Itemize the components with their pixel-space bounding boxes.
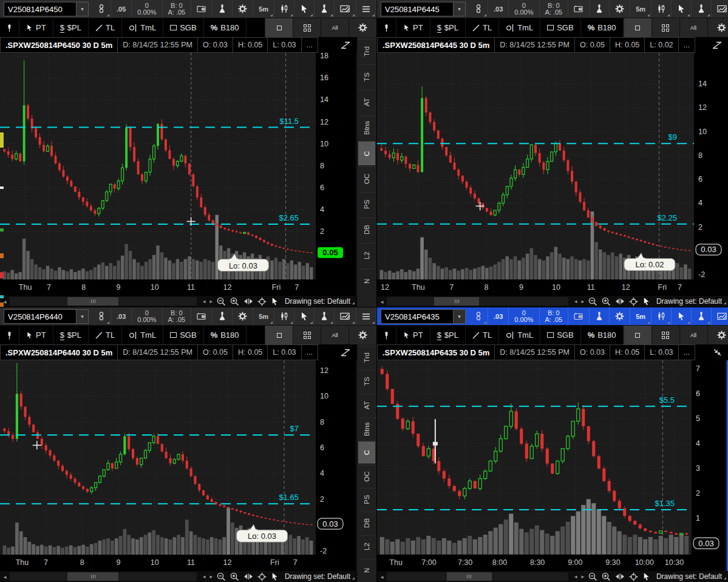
symbol-box[interactable]: V250814P6435 ▾ (381, 309, 466, 324)
pin-button[interactable] (377, 18, 396, 37)
symbol-dropdown-button[interactable]: ▾ (76, 2, 88, 16)
drawing-set-selector[interactable]: Drawing set: Default (654, 297, 728, 306)
symbol-input[interactable]: V250814P6445 (381, 5, 453, 14)
maximize-button[interactable] (624, 326, 651, 344)
sgb-tool-button[interactable]: SGB (540, 18, 580, 37)
zoom-in-icon[interactable] (230, 572, 239, 581)
all-button[interactable]: All (679, 18, 707, 37)
chart-type-button[interactable] (274, 307, 294, 325)
zoom-out-icon[interactable] (588, 297, 597, 306)
symbol-box[interactable]: V250814P6450 ▾ (4, 2, 89, 16)
scroll-left-button[interactable]: ◂ (377, 298, 387, 305)
settings-gear-button[interactable] (610, 307, 630, 325)
tml-tool-button[interactable]: TmL (122, 326, 163, 344)
all-button[interactable]: All (321, 18, 349, 37)
studies-flask-button[interactable] (692, 307, 712, 325)
tab-oc[interactable]: OC (358, 166, 375, 191)
timeframe-button[interactable]: 5m (630, 307, 651, 325)
spl-tool-button[interactable]: $ $PL (430, 18, 466, 37)
all-button[interactable]: All (321, 326, 349, 344)
tab-ps[interactable]: PS (358, 192, 375, 216)
b180-tool-button[interactable]: % B180 (581, 326, 624, 344)
pin-button[interactable] (0, 326, 19, 344)
chart-type-button[interactable] (651, 0, 672, 18)
tab-db[interactable]: DB (358, 217, 375, 242)
analyze-flask-button[interactable] (590, 0, 610, 18)
panel-settings-button[interactable] (349, 326, 376, 344)
step-left-button[interactable]: ◂ (574, 298, 577, 304)
zoom-in-icon[interactable] (230, 297, 239, 306)
tl-tool-button[interactable]: TL (466, 326, 499, 344)
studies-flask-button[interactable] (315, 307, 335, 325)
chart-type-button[interactable] (274, 0, 294, 18)
grid-layout-button[interactable] (651, 326, 679, 344)
pt-tool-button[interactable]: PT (396, 18, 430, 37)
step-left-button[interactable]: ◂ (574, 573, 577, 580)
header-icon-slot[interactable] (335, 37, 356, 53)
maximize-button[interactable] (624, 18, 651, 37)
tml-tool-button[interactable]: TmL (122, 18, 163, 37)
all-button[interactable]: All (679, 326, 707, 344)
grid-layout-button[interactable] (293, 18, 321, 37)
chart-canvas[interactable]: 18161412108642Thu789101112Fri7$11.5$2.65… (0, 53, 356, 296)
chart-scrollbar[interactable] (10, 297, 197, 306)
chart-more[interactable]: ... (679, 37, 695, 53)
chart-scrollbar[interactable] (387, 572, 568, 581)
tml-tool-button[interactable]: TmL (499, 326, 540, 344)
step-right-button[interactable]: ▸ (581, 298, 584, 304)
tab-trd[interactable]: Trd (358, 346, 375, 369)
tab-c[interactable]: C (358, 441, 375, 464)
link-chain-button[interactable] (92, 0, 111, 18)
pointer-mode-icon[interactable] (642, 297, 650, 306)
symbol-box[interactable]: V250814P6440 ▾ (4, 309, 89, 324)
studies-flask-button[interactable] (315, 0, 335, 18)
sgb-tool-button[interactable]: SGB (163, 326, 203, 344)
tab-btns[interactable]: Btns (358, 417, 375, 440)
settings-gear-button[interactable] (233, 0, 253, 18)
header-icon-slot[interactable] (335, 344, 356, 360)
link-chain-button[interactable] (92, 307, 111, 325)
tab-n[interactable]: N (358, 269, 375, 293)
drawings-button[interactable] (712, 0, 728, 18)
chart-scrollbar[interactable] (387, 297, 568, 306)
spl-tool-button[interactable]: $ $PL (430, 326, 466, 344)
studies-flask-button[interactable] (692, 0, 712, 18)
menu-button[interactable] (356, 307, 376, 325)
fit-width-icon[interactable] (615, 573, 625, 580)
panel-settings-button[interactable] (707, 18, 728, 37)
tml-tool-button[interactable]: TmL (499, 18, 540, 37)
spl-tool-button[interactable]: $ $PL (53, 326, 89, 344)
tab-l2[interactable]: L2 (358, 243, 375, 267)
pt-tool-button[interactable]: PT (396, 326, 430, 344)
step-right-button[interactable]: ▸ (209, 573, 213, 580)
scroll-left-button[interactable]: ◂ (377, 573, 387, 580)
drawing-set-selector[interactable]: Drawing set: Default (282, 297, 356, 306)
b180-tool-button[interactable]: % B180 (204, 326, 247, 344)
scrollbar-thumb[interactable] (447, 572, 492, 581)
menu-button[interactable] (356, 0, 376, 18)
b180-tool-button[interactable]: % B180 (204, 18, 247, 37)
zoom-in-icon[interactable] (602, 297, 611, 306)
tl-tool-button[interactable]: TL (89, 326, 122, 344)
step-left-button[interactable]: ◂ (203, 298, 206, 304)
cursor-tool-button[interactable] (672, 307, 692, 325)
symbol-input[interactable]: V250814P6450 (4, 5, 76, 14)
chart-more[interactable]: ... (302, 37, 318, 53)
timeframe-button[interactable]: 5m (253, 307, 274, 325)
tab-btns[interactable]: Btns (358, 115, 375, 140)
tl-tool-button[interactable]: TL (466, 18, 499, 37)
cursor-tool-button[interactable] (294, 307, 315, 325)
chart-canvas[interactable]: 1412108642-212Thu789101112Fri7$9$2.250.0… (377, 53, 728, 296)
pin-button[interactable] (377, 326, 396, 344)
settings-gear-button[interactable] (233, 307, 253, 325)
chart-more[interactable]: ... (302, 344, 318, 360)
timeframe-button[interactable]: 5m (630, 0, 651, 18)
settings-gear-button[interactable] (610, 0, 630, 18)
scrollbar-thumb[interactable] (67, 572, 118, 581)
panel-settings-button[interactable] (707, 326, 728, 344)
tab-c[interactable]: C (358, 141, 375, 165)
crosshair-target-icon[interactable] (257, 572, 267, 581)
zoom-in-icon[interactable] (602, 572, 611, 581)
events-button[interactable] (568, 0, 590, 18)
fit-width-icon[interactable] (615, 298, 625, 305)
